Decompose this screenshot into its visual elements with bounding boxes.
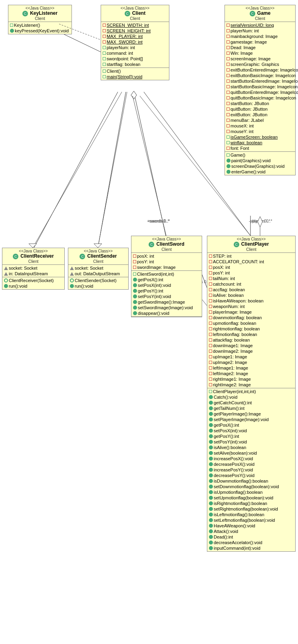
clientsword-name: ClientSword	[157, 241, 185, 247]
member-text: run():void	[75, 284, 93, 288]
member-setleftmotionflag: setLeftmotionflag(boolean):void	[207, 517, 295, 523]
member-text: downImage1: Image	[213, 343, 253, 348]
member-downimage1: downImage1: Image	[207, 343, 295, 348]
member-main: main(String[]):void	[101, 74, 169, 80]
member-text: setPosY(int):void	[214, 439, 247, 444]
clientreceiver-icon: C	[13, 254, 18, 259]
member-text: screenDraw(Graphics):void	[231, 164, 284, 169]
member-text: setSwordImage(Image):void	[138, 305, 193, 310]
member-setdownmotionflag: setDownmotionflag(boolean):void	[207, 484, 295, 489]
member-downimage2: downImage2: Image	[207, 348, 295, 354]
member-text: exitButtonEnteredImage: ImageIcon	[230, 68, 298, 72]
keylistener-stereotype: <<Java Class>>	[10, 6, 70, 10]
square-red-icon	[209, 260, 212, 263]
member-command: command: int	[101, 50, 169, 56]
member-text: setUpmotionflag(boolean):void	[214, 495, 273, 500]
client-name: Client	[132, 10, 145, 16]
green-icon	[133, 300, 137, 304]
square-red-icon	[209, 310, 212, 314]
clientreceiver-name: ClientReceiver	[20, 253, 54, 259]
square-red-icon	[226, 52, 230, 55]
square-red-icon	[209, 344, 212, 347]
member-upimage2: upImage2: Image	[207, 360, 295, 365]
class-keylistener-header: <<Java Class>> C KeyListener Client	[8, 5, 72, 22]
square-red-icon	[226, 130, 230, 133]
square-red-icon	[209, 378, 212, 381]
member-rightimage1: rightImage1: Image	[207, 376, 295, 382]
member-text: weaponNum: int	[213, 304, 245, 309]
square-red-icon	[133, 260, 136, 263]
member-text: accflag: boolean	[213, 287, 245, 292]
member-start-btn-basic: startButtonBasicImage: ImageIcon	[225, 84, 295, 89]
member-tailnum: tailNum: int	[207, 276, 295, 281]
green-icon	[209, 451, 213, 455]
green-icon	[209, 529, 213, 533]
member-quit-btn-basic: quitButtonBasicImage: ImageIcon	[225, 95, 295, 101]
green-icon	[209, 501, 213, 505]
member-cp-setposx: setPosX(int):void	[207, 428, 295, 433]
square-red-icon	[209, 277, 212, 280]
green-icon	[133, 294, 137, 298]
member-leftimage1: leftImage1: Image	[207, 365, 295, 371]
member-cp-constructor: ClientPlayer(int,int,int)	[207, 389, 295, 394]
member-start-button: startButton: JButton	[225, 101, 295, 106]
member-serial-version-uid: serialVersionUID: long	[225, 22, 295, 28]
member-text: inputCommand(int):void	[214, 546, 260, 551]
square-red-icon	[226, 68, 230, 72]
member-getposx: getPosX():int	[131, 277, 202, 282]
square-red-icon	[226, 113, 230, 116]
member-text: mouseX: int	[230, 123, 254, 128]
member-screen-height: SCREEN_HEIGHT: int	[101, 28, 169, 34]
member-text: isAlive():boolean	[214, 445, 246, 450]
member-text: Win: Image	[230, 51, 253, 56]
square-red-icon	[209, 383, 212, 386]
green-icon	[226, 164, 230, 168]
member-clientreceiver-constructor: ClientReceiver(Socket)	[2, 278, 64, 283]
member-catchcount: catchcount: int	[207, 281, 295, 287]
member-isrightmotionflag: isRightmotionflag():boolean	[207, 501, 295, 506]
square-red-icon	[209, 254, 212, 258]
member-downmotionflag: downmotionflag: boolean	[207, 315, 295, 320]
class-clientreceiver: <<Java Class>> C ClientReceiver Client s…	[2, 248, 65, 290]
green-icon	[4, 284, 8, 288]
green-icon	[133, 278, 137, 282]
member-text: MAX_PLAYER: int	[107, 34, 143, 39]
green-icon	[209, 507, 213, 511]
keylistener-icon: C	[22, 11, 28, 16]
clientsender-package: Client	[70, 259, 127, 264]
green-icon	[209, 423, 213, 427]
member-screen-width: SCREEN_WIDTH: int	[101, 22, 169, 28]
square-red-icon	[226, 102, 230, 105]
member-playernum: playerNum: int	[101, 45, 169, 50]
clientplayer-fields: STEP: int ACCELATOR_COUNT: int posX: int…	[207, 253, 295, 388]
green-icon	[209, 406, 213, 410]
class-game: <<Java Class>> C Game Client serialVersi…	[224, 5, 296, 175]
square-red-icon	[226, 124, 230, 127]
member-in: in: DataInputStream	[2, 271, 64, 276]
member-text: startflag: boolean	[107, 62, 140, 67]
member-text: exitButtonBasicImage: ImageIcon	[230, 73, 296, 78]
member-winflag: winflag: boolean	[225, 140, 295, 145]
client-stereotype: <<Java Class>>	[103, 6, 167, 10]
member-text: setPosY(int):void	[138, 294, 171, 299]
square-red-icon	[103, 24, 106, 27]
green-icon	[209, 462, 213, 466]
square-red-icon	[103, 40, 106, 44]
member-setposy: setPosY(int):void	[131, 294, 202, 299]
member-mousey: mouseY: int	[225, 129, 295, 134]
square-red-icon	[209, 322, 212, 325]
svg-marker-9	[131, 91, 137, 99]
member-upmotionflag: upmotionflag: boolean	[207, 320, 295, 326]
client-icon: C	[125, 11, 130, 16]
square-red-icon	[209, 361, 212, 364]
member-catch: Catch():void	[207, 394, 295, 400]
member-text: socket: Socket	[75, 266, 103, 270]
game-fields: serialVersionUID: long playerNum: int ma…	[225, 22, 295, 152]
member-text: rightImage2: Image	[213, 382, 251, 387]
member-haveaweapon: HaveAWeapon():void	[207, 523, 295, 529]
member-attackflag: attackflag: boolean	[207, 337, 295, 343]
green-icon	[209, 429, 213, 433]
square-red-icon	[209, 288, 212, 291]
member-text: isHaveAWeapon: boolean	[213, 298, 264, 303]
client-methods: Client() main(String[]):void	[101, 68, 169, 80]
